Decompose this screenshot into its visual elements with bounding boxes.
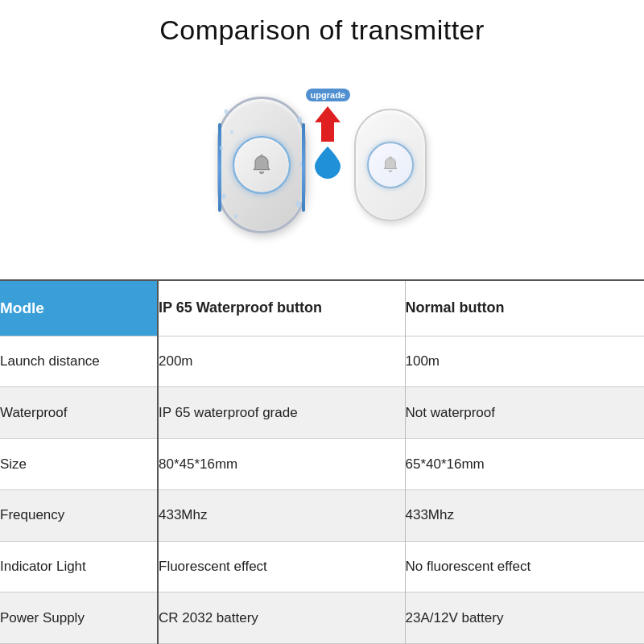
wp-value-cell: 200m xyxy=(158,336,405,387)
table-row: Indicator LightFluorescent effectNo fluo… xyxy=(0,541,644,592)
normal-value-cell: 65*40*16mm xyxy=(405,439,644,490)
normal-value-cell: No fluorescent effect xyxy=(405,541,644,592)
page-wrapper: Comparison of transmitter xyxy=(0,0,644,644)
wp-value-cell: CR 2032 battery xyxy=(158,592,405,644)
wp-value-cell: Fluorescent effect xyxy=(158,541,405,592)
bell-icon-wp xyxy=(249,152,275,178)
svg-marker-1 xyxy=(315,106,341,142)
wp-button-body xyxy=(217,97,306,233)
feature-cell: Frequency xyxy=(0,489,158,541)
bell-icon-normal xyxy=(380,155,401,175)
water-drop-2 xyxy=(296,117,302,124)
water-drop-7 xyxy=(234,214,237,219)
normal-button-body xyxy=(354,109,427,221)
water-drop-6 xyxy=(295,200,303,208)
arrow-group xyxy=(310,105,345,179)
water-drop-4 xyxy=(299,161,304,167)
normal-value-cell: Not waterproof xyxy=(405,387,644,439)
wp-value-cell: IP 65 waterproof grade xyxy=(158,387,405,439)
up-arrow-icon xyxy=(312,105,343,143)
table-header-row: Modle IP 65 Waterproof button Normal but… xyxy=(0,281,644,336)
water-drop-5 xyxy=(221,194,225,200)
wp-value-cell: 433Mhz xyxy=(158,489,405,541)
water-drop-3 xyxy=(219,146,224,151)
normal-value-cell: 433Mhz xyxy=(405,489,644,541)
water-drop-icon xyxy=(310,143,345,179)
comparison-table: Modle IP 65 Waterproof button Normal but… xyxy=(0,281,644,644)
upgrade-label: upgrade xyxy=(306,89,350,101)
svg-point-2 xyxy=(390,157,392,159)
feature-cell: Size xyxy=(0,439,158,490)
feature-cell: Indicator Light xyxy=(0,541,158,592)
feature-cell: Launch distance xyxy=(0,336,158,387)
table-row: Size80*45*16mm65*40*16mm xyxy=(0,439,644,490)
normal-value-cell: 100m xyxy=(405,336,644,387)
water-drop-1 xyxy=(224,109,229,114)
water-drop-8 xyxy=(230,130,234,134)
table-row: Launch distance200m100m xyxy=(0,336,644,387)
page-title: Comparison of transmitter xyxy=(8,14,636,46)
feature-cell: Power Supply xyxy=(0,592,158,644)
table-row: Frequency433Mhz433Mhz xyxy=(0,489,644,541)
upgrade-badge: upgrade xyxy=(306,89,350,179)
normal-button-circle xyxy=(367,142,414,188)
wp-button-illustration: upgrade xyxy=(217,97,306,233)
header-feature-cell: Modle xyxy=(0,281,158,336)
feature-cell: Waterproof xyxy=(0,387,158,439)
title-section: Comparison of transmitter xyxy=(0,0,644,54)
header-normal-cell: Normal button xyxy=(405,281,644,336)
wp-button-circle xyxy=(233,136,291,194)
wp-value-cell: 80*45*16mm xyxy=(158,439,405,490)
image-section: upgrade xyxy=(0,54,644,279)
header-wp-cell: IP 65 Waterproof button xyxy=(158,281,405,336)
table-row: WaterproofIP 65 waterproof gradeNot wate… xyxy=(0,387,644,439)
table-row: Power SupplyCR 2032 battery23A/12V batte… xyxy=(0,592,644,644)
svg-point-0 xyxy=(260,155,262,157)
normal-value-cell: 23A/12V battery xyxy=(405,592,644,644)
